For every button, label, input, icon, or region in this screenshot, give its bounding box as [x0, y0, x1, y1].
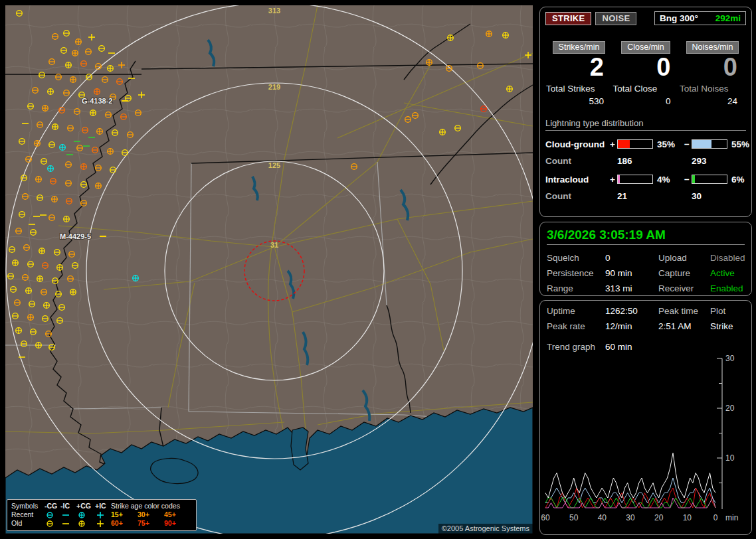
- plus-sign: +: [608, 139, 617, 149]
- intracloud-label: Intracloud: [545, 175, 608, 185]
- strike-symbol: [37, 276, 43, 282]
- count-label: Count: [545, 156, 608, 166]
- strike-symbol: [108, 149, 114, 155]
- cg-neg-bar: [692, 139, 727, 149]
- total-noises-label: Total Noises: [680, 84, 745, 94]
- lightning-map[interactable]: 31321912531 G-4138-2M-4429-5: [5, 5, 533, 534]
- circle-plus-icon: [76, 511, 95, 519]
- svg-text:20: 20: [725, 404, 735, 413]
- plus-icon: [95, 520, 111, 528]
- strike-symbol: [70, 77, 76, 83]
- plot-value: Strike: [710, 321, 745, 331]
- peak-time-label: Peak time: [658, 306, 710, 316]
- svg-text:M-4429-5: M-4429-5: [60, 232, 91, 240]
- minus-sign: −: [682, 139, 692, 149]
- svg-text:40: 40: [598, 513, 607, 522]
- strike-symbol: [52, 124, 58, 130]
- strike-symbol: [39, 248, 45, 254]
- strike-stats-panel: STRIKE NOISE Bng 300° 292mi Strikes/min …: [539, 7, 752, 217]
- receiver-label: Receiver: [658, 283, 710, 293]
- cloud-ground-count-row: Count 186 293: [545, 156, 746, 166]
- ic-pos-count: 21: [617, 191, 682, 201]
- strikes-counter: Strikes/min 2 Total Strikes 530: [546, 41, 612, 106]
- close-counter: Close/min 0 Total Close 0: [613, 41, 679, 106]
- datetime-display: 3/6/2026 3:05:19 AM: [547, 228, 745, 245]
- map-area[interactable]: 31321912531 G-4138-2M-4429-5 Symbols -CG…: [5, 5, 533, 534]
- strikes-per-min-chip: Strikes/min: [553, 41, 606, 54]
- svg-text:219: 219: [268, 83, 280, 91]
- strike-symbol: [52, 196, 58, 202]
- upload-value: Disabled: [710, 253, 745, 263]
- range-label: Range: [547, 283, 605, 293]
- strike-symbol: [70, 289, 76, 295]
- legend-neg-cg-header: -CG: [45, 502, 60, 510]
- legend-old-label: Old: [11, 519, 45, 528]
- rate-counters: Strikes/min 2 Total Strikes 530 Close/mi…: [545, 41, 746, 106]
- plus-icon: [95, 511, 111, 519]
- squelch-label: Squelch: [547, 253, 605, 263]
- svg-text:30: 30: [725, 355, 735, 363]
- peak-time-value: 2:51 AM: [658, 321, 710, 331]
- age-code: 75+: [138, 519, 164, 528]
- peak-rate-value: 12/min: [605, 321, 658, 331]
- svg-text:G-4138-2: G-4138-2: [82, 97, 112, 105]
- ic-pos-bar: [617, 175, 653, 184]
- strike-mode-button[interactable]: STRIKE: [545, 12, 591, 25]
- strike-symbol: [36, 343, 42, 348]
- strike-symbol: [81, 164, 87, 170]
- mobile-bay: [291, 427, 308, 470]
- legend-recent-label: Recent: [11, 510, 45, 519]
- legend-pos-cg-header: +CG: [76, 502, 95, 510]
- circle-plus-icon: [76, 520, 95, 528]
- strike-symbol: [57, 265, 63, 271]
- cg-pos-bar: [617, 139, 653, 149]
- strike-legend: Symbols -CG -IC +CG +IC Strike age color…: [7, 499, 197, 531]
- strike-symbol: [133, 275, 139, 281]
- strike-symbol: [48, 89, 54, 95]
- svg-text:0: 0: [713, 513, 718, 522]
- trend-setting-row: Trend graph 60 min: [547, 342, 745, 352]
- cloud-ground-row: Cloud-ground + 35% − 55%: [545, 139, 746, 149]
- svg-text:30: 30: [626, 513, 635, 522]
- strike-symbol: [448, 35, 454, 41]
- strike-symbol: [94, 89, 100, 95]
- strike-symbol: [96, 183, 102, 189]
- ic-neg-pct: 6%: [727, 175, 751, 185]
- svg-text:min: min: [725, 513, 738, 522]
- strike-symbol: [426, 60, 432, 66]
- peak-rate-label: Peak rate: [547, 321, 605, 331]
- circle-minus-icon: [45, 520, 60, 528]
- copyright: ©2005 Astrogenic Systems: [438, 524, 533, 534]
- strike-symbol: [486, 31, 492, 37]
- minus-sign: −: [682, 175, 692, 185]
- total-noises-value: 24: [680, 96, 745, 106]
- trend-graph-label: Trend graph: [547, 342, 605, 352]
- age-codes-old: 60+75+90+: [111, 519, 191, 528]
- age-codes-recent: 15+30+45+: [111, 510, 191, 519]
- cg-pos-count: 186: [617, 156, 682, 166]
- noises-per-min-chip: Noises/min: [686, 41, 739, 54]
- strike-symbol: [28, 315, 34, 321]
- strike-symbol: [440, 129, 446, 135]
- strike-symbol: [72, 50, 78, 56]
- svg-text:50: 50: [569, 513, 579, 522]
- legend-neg-ic-header: -IC: [60, 502, 76, 510]
- cg-pos-pct: 35%: [653, 139, 682, 149]
- noise-mode-button[interactable]: NOISE: [595, 12, 636, 25]
- minus-icon: [60, 520, 76, 528]
- strike-symbol: [64, 216, 70, 222]
- age-code: 90+: [164, 519, 191, 528]
- bearing-value: 292mi: [715, 13, 741, 23]
- strike-symbol: [66, 62, 72, 68]
- svg-text:20: 20: [654, 513, 664, 522]
- bearing-display: Bng 300° 292mi: [654, 11, 746, 25]
- trend-panel: Uptime 1262:50 Peak time Plot Peak rate …: [539, 300, 752, 535]
- distribution-title: Lightning type distribution: [545, 118, 746, 131]
- nexstorm-window: 31321912531 G-4138-2M-4429-5 Symbols -CG…: [0, 0, 756, 539]
- strike-symbol: [48, 166, 54, 172]
- strike-symbol: [16, 328, 22, 334]
- strike-symbol: [76, 39, 82, 45]
- total-strikes-value: 530: [546, 96, 612, 106]
- strike-symbol: [13, 260, 19, 266]
- noises-counter: Noises/min 0 Total Noises 24: [680, 41, 745, 106]
